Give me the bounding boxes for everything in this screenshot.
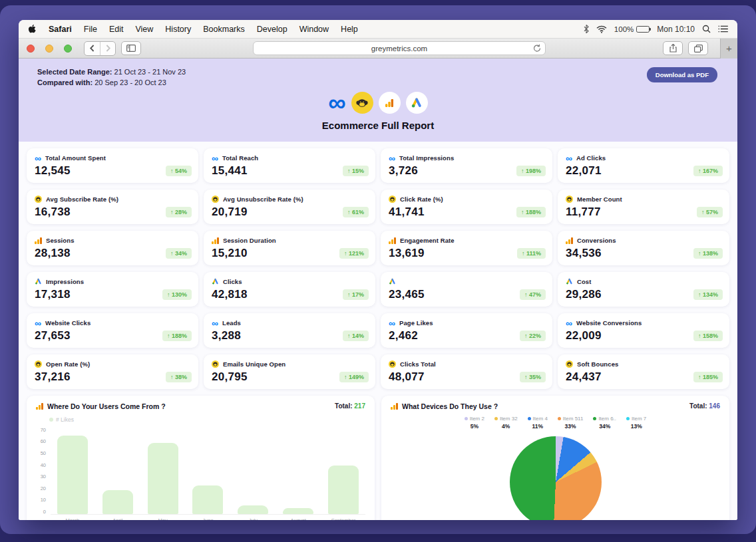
pie-chart-total: Total: 146 [689, 402, 720, 410]
metric-card: Clicks42,818↑ 17% [204, 272, 375, 307]
metric-change-badge: ↑ 138% [693, 248, 723, 259]
metric-card: ∞Ad Clicks22,071↑ 167% [558, 148, 729, 183]
mailchimp-logo-icon [351, 92, 373, 114]
google-ads-icon [389, 278, 396, 285]
y-tick-label: 30 [36, 474, 46, 479]
metric-change-badge: ↑ 185% [693, 372, 723, 382]
window-zoom-button[interactable] [64, 45, 72, 53]
metric-label: Website Conversions [576, 319, 642, 327]
bar-chart-total: Total: 217 [335, 402, 365, 410]
menu-item-view[interactable]: View [135, 25, 153, 34]
legend-item-label: Item 2 [470, 416, 484, 422]
bar-july [238, 505, 268, 514]
metric-label: Click Rate (%) [400, 196, 443, 203]
google-analytics-icon [566, 237, 573, 244]
new-tab-button[interactable]: + [720, 39, 737, 59]
metric-card: 23,465↑ 47% [381, 272, 552, 307]
bluetooth-icon[interactable] [584, 25, 589, 33]
page-content: Selected Date Range: 21 Oct 23 - 21 Nov … [19, 59, 737, 520]
y-tick-label: 70 [36, 427, 46, 433]
google-analytics-logo-icon [379, 92, 401, 114]
address-bar[interactable]: greymetrics.com [253, 41, 546, 55]
macos-menu-bar: Safari FileEditViewHistoryBookmarksDevel… [19, 20, 737, 39]
metric-card: Member Count11,777↑ 57% [558, 190, 729, 224]
metric-card: Soft Bounces24,437↑ 185% [558, 354, 729, 389]
legend-item-label: Item 32 [500, 416, 518, 422]
metric-card: ∞Page Likes2,462↑ 22% [381, 313, 552, 348]
report-header: Selected Date Range: 21 Oct 23 - 21 Nov … [19, 59, 737, 142]
bar-may [148, 443, 178, 514]
compared-date-range: Compared with: 20 Sep 23 - 20 Oct 23 [37, 78, 719, 88]
menu-item-develop[interactable]: Develop [257, 25, 287, 34]
spotlight-search-icon[interactable] [702, 25, 711, 33]
menu-clock[interactable]: Mon 10:10 [657, 25, 695, 34]
tab-overview-button[interactable] [688, 41, 708, 55]
metric-change-badge: ↑ 188% [162, 331, 192, 341]
pie-legend-item: Item 25% [465, 416, 484, 430]
bar-chart-y-axis: 706050403020100 [36, 427, 48, 515]
legend-item-label: Item 4 [533, 416, 548, 422]
metric-change-badge: ↑ 188% [516, 207, 546, 217]
google-analytics-icon [391, 403, 398, 410]
menu-item-history[interactable]: History [165, 25, 191, 34]
metric-label: Cost [577, 278, 592, 285]
legend-marker-icon [49, 418, 53, 422]
metric-label: Clicks Total [400, 360, 436, 368]
metric-card: Clicks Total48,077↑ 35% [381, 354, 552, 389]
menu-item-window[interactable]: Window [299, 25, 329, 34]
window-minimize-button[interactable] [45, 45, 53, 53]
report-title: Ecommerce Full Report [37, 120, 719, 131]
metric-label: Engagement Rate [400, 237, 455, 244]
battery-percent-label: 100% [614, 25, 634, 33]
menu-item-bookmarks[interactable]: Bookmarks [203, 25, 245, 34]
window-close-button[interactable] [27, 45, 35, 53]
google-ads-icon [35, 278, 42, 285]
sidebar-toggle-button[interactable] [121, 41, 141, 55]
x-tick-label: April [102, 517, 133, 520]
date-range-label: Selected Date Range: [37, 68, 112, 76]
download-pdf-button[interactable]: Download as PDF [647, 67, 717, 82]
reload-icon[interactable] [533, 44, 541, 53]
metric-change-badge: ↑ 111% [517, 248, 546, 259]
metric-label: Avg Subscribe Rate (%) [46, 196, 118, 203]
metric-label: Leads [222, 319, 241, 327]
forward-button[interactable] [100, 42, 115, 55]
control-center-icon[interactable] [718, 25, 728, 33]
menu-app-name[interactable]: Safari [49, 25, 72, 34]
metric-change-badge: ↑ 158% [693, 331, 723, 341]
metric-change-badge: ↑ 17% [343, 289, 369, 300]
metric-change-badge: ↑ 35% [520, 372, 546, 382]
legend-label: # Likes [56, 416, 74, 423]
legend-item-label: Item 511 [563, 416, 584, 422]
metric-label: Clicks [223, 278, 242, 285]
apple-menu-icon[interactable] [28, 24, 37, 34]
share-button[interactable] [663, 41, 683, 55]
metric-card: Avg Subscribe Rate (%)16,738↑ 28% [27, 190, 198, 224]
metric-change-badge: ↑ 54% [166, 166, 192, 176]
metric-label: Emails Unique Open [223, 360, 285, 368]
metric-change-badge: ↑ 47% [520, 289, 546, 300]
bar-total-label: Total: [335, 402, 352, 410]
metric-label: Conversions [577, 237, 616, 244]
metric-change-badge: ↑ 38% [166, 372, 192, 382]
pie-total-label: Total: [689, 402, 707, 410]
menu-item-file[interactable]: File [84, 25, 97, 34]
y-tick-label: 0 [36, 509, 46, 515]
battery-icon [636, 26, 650, 33]
url-text: greymetrics.com [371, 45, 427, 53]
x-tick-label: March [57, 517, 88, 520]
menu-item-help[interactable]: Help [341, 25, 358, 34]
menu-item-edit[interactable]: Edit [109, 25, 124, 34]
mailchimp-icon [212, 196, 219, 203]
safari-window: Safari FileEditViewHistoryBookmarksDevel… [19, 20, 737, 520]
pie-chart-title: What Devices Do They Use ? [402, 402, 498, 410]
bar-chart-legend: # Likes [49, 416, 365, 423]
legend-item-percent: 4% [494, 423, 518, 430]
wifi-icon[interactable] [596, 25, 607, 33]
metric-label: Website Clicks [45, 319, 91, 327]
metric-card: Click Rate (%)41,741↑ 188% [381, 190, 552, 224]
integration-logos: ∞ [37, 91, 719, 115]
metric-card: Open Rate (%)37,216↑ 38% [27, 354, 198, 389]
back-button[interactable] [85, 42, 100, 55]
metric-change-badge: ↑ 134% [693, 289, 723, 300]
